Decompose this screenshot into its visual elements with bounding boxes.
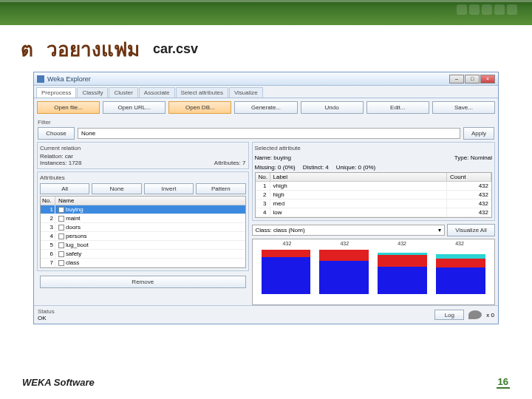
attribute-row[interactable]: 7class (41, 259, 245, 267)
window-title: Weka Explorer (47, 75, 449, 83)
attribute-row[interactable]: 5lug_boot (41, 241, 245, 250)
tab-visualize[interactable]: Visualize (229, 87, 263, 98)
open-file-button[interactable]: Open file... (37, 101, 100, 114)
tab-associate[interactable]: Associate (139, 87, 175, 98)
tabs-row: Preprocess Classify Cluster Associate Se… (34, 86, 498, 98)
slide-top-border (0, 0, 532, 25)
filter-text[interactable]: None (78, 128, 460, 139)
title-prefix: ต (21, 34, 33, 64)
footer-software: WEKA Software (22, 377, 95, 388)
tab-preprocess[interactable]: Preprocess (36, 87, 76, 98)
value-row: 4low432 (256, 208, 491, 217)
remove-button[interactable]: Remove (40, 276, 246, 288)
filter-choose-button[interactable]: Choose (38, 127, 75, 140)
class-selector[interactable]: Class: class (Nom)▾ (252, 225, 445, 236)
histogram-bar (262, 250, 311, 294)
histogram-bar (378, 250, 427, 294)
save-button[interactable]: Save... (432, 101, 495, 114)
attr-all-button[interactable]: All (40, 183, 89, 194)
tab-cluster[interactable]: Cluster (109, 87, 137, 98)
minimize-button[interactable]: – (449, 75, 464, 83)
attribute-row[interactable]: 3doors (41, 223, 245, 232)
file-toolbar: Open file... Open URL... Open DB... Gene… (34, 98, 498, 117)
histogram-bar (319, 250, 369, 294)
log-button[interactable]: Log (434, 310, 464, 320)
histogram-chart: 432432432432 (252, 239, 495, 305)
tab-select-attributes[interactable]: Select attributes (176, 87, 228, 98)
app-icon (37, 75, 44, 83)
attribute-row[interactable]: 2maint (41, 214, 245, 223)
close-button[interactable]: × (480, 75, 495, 83)
value-row: 2high432 (256, 191, 491, 200)
weka-bird-icon (468, 310, 482, 319)
visualize-all-button[interactable]: Visualize All (447, 224, 495, 236)
window-titlebar[interactable]: Weka Explorer – □ × (34, 72, 498, 86)
undo-button[interactable]: Undo (301, 101, 364, 114)
open-db-button[interactable]: Open DB... (168, 101, 231, 114)
attribute-row[interactable]: 4persons (41, 232, 245, 241)
task-count: x 0 (486, 312, 494, 318)
title-filename: car.csv (153, 41, 198, 57)
attributes-table: No. Name 1buying2maint3doors4persons5lug… (40, 196, 246, 268)
attr-pattern-button[interactable]: Pattern (196, 183, 245, 194)
attr-invert-button[interactable]: Invert (144, 183, 194, 194)
weka-explorer-window: Weka Explorer – □ × Preprocess Classify … (33, 72, 499, 324)
value-row: 1vhigh432 (256, 182, 491, 191)
value-row: 3med432 (256, 200, 491, 208)
selected-attribute-panel: Selected attribute Name: buying Type: No… (252, 142, 495, 221)
edit-button[interactable]: Edit... (366, 101, 429, 114)
slide-title: ต วอยางแฟม car.csv (21, 34, 511, 64)
attribute-row[interactable]: 1buying (41, 205, 245, 214)
filter-label: Filter (38, 119, 494, 126)
attr-none-button[interactable]: None (92, 183, 141, 194)
tab-classify[interactable]: Classify (77, 87, 108, 98)
title-thai-text: วอยางแฟม (47, 34, 140, 64)
values-table: No. Label Count 1vhigh4322high4323med432… (255, 172, 492, 218)
page-number: 16 (497, 376, 510, 389)
chevron-down-icon: ▾ (438, 227, 441, 233)
generate-button[interactable]: Generate... (234, 101, 297, 114)
current-relation-panel: Current relation Relation: car Instances… (37, 142, 249, 169)
histogram-bar (436, 250, 485, 294)
open-url-button[interactable]: Open URL... (103, 101, 166, 114)
attribute-row[interactable]: 6safety (41, 250, 245, 259)
attributes-panel: Attributes All None Invert Pattern No. N… (37, 171, 249, 271)
maximize-button[interactable]: □ (465, 75, 480, 83)
filter-apply-button[interactable]: Apply (463, 127, 494, 140)
status-bar: Status OK Log x 0 (34, 305, 498, 324)
